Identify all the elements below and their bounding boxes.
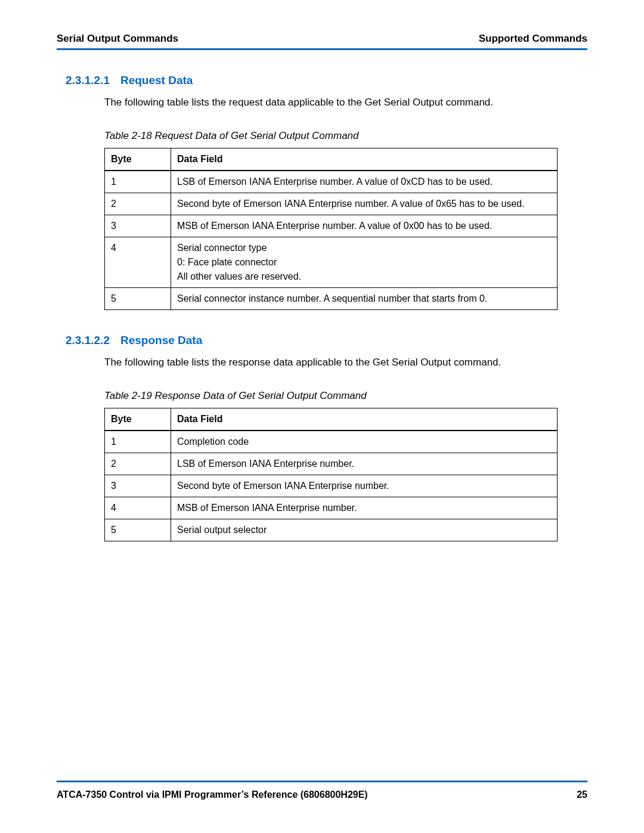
table-header-row: Byte Data Field	[105, 408, 558, 431]
cell-field: LSB of Emerson IANA Enterprise number.	[171, 453, 558, 475]
table-row: 3 Second byte of Emerson IANA Enterprise…	[105, 475, 558, 497]
table-row: 1 Completion code	[105, 431, 558, 453]
table-row: 5 Serial output selector	[105, 519, 558, 541]
cell-byte: 2	[105, 193, 171, 215]
header-right: Supported Commands	[479, 33, 587, 45]
cell-byte: 5	[105, 287, 171, 309]
cell-byte: 1	[105, 431, 171, 453]
col-byte: Byte	[105, 148, 171, 171]
page-header: Serial Output Commands Supported Command…	[57, 33, 587, 50]
section-heading-response-data: 2.3.1.2.2Response Data	[66, 334, 587, 347]
cell-field: Serial output selector	[171, 519, 558, 541]
table-row: 4 MSB of Emerson IANA Enterprise number.	[105, 497, 558, 519]
response-data-table: Byte Data Field 1 Completion code 2 LSB …	[104, 408, 558, 541]
table-row: 4 Serial connector type0: Face plate con…	[105, 237, 558, 287]
cell-field: Second byte of Emerson IANA Enterprise n…	[171, 475, 558, 497]
section-intro: The following table lists the response d…	[104, 355, 587, 370]
table-caption: Table 2-18 Request Data of Get Serial Ou…	[104, 130, 587, 142]
page-footer: ATCA-7350 Control via IPMI Programmer’s …	[57, 781, 587, 800]
table-header-row: Byte Data Field	[105, 148, 558, 171]
footer-right: 25	[577, 789, 587, 800]
section-heading-request-data: 2.3.1.2.1Request Data	[66, 74, 587, 87]
table-row: 2 LSB of Emerson IANA Enterprise number.	[105, 453, 558, 475]
cell-byte: 3	[105, 475, 171, 497]
table-row: 1 LSB of Emerson IANA Enterprise number.…	[105, 171, 558, 193]
cell-byte: 5	[105, 519, 171, 541]
cell-field: LSB of Emerson IANA Enterprise number. A…	[171, 171, 558, 193]
section-number: 2.3.1.2.1	[66, 74, 110, 87]
cell-field: Serial connector type0: Face plate conne…	[171, 237, 558, 287]
table-row: 2 Second byte of Emerson IANA Enterprise…	[105, 193, 558, 215]
cell-field: MSB of Emerson IANA Enterprise number.	[171, 497, 558, 519]
col-byte: Byte	[105, 408, 171, 431]
col-field: Data Field	[171, 408, 558, 431]
col-field: Data Field	[171, 148, 558, 171]
section-title: Response Data	[120, 334, 202, 346]
cell-field: Completion code	[171, 431, 558, 453]
cell-field: Serial connector instance number. A sequ…	[171, 287, 558, 309]
cell-byte: 2	[105, 453, 171, 475]
section-intro: The following table lists the request da…	[104, 95, 587, 110]
cell-byte: 1	[105, 171, 171, 193]
table-row: 5 Serial connector instance number. A se…	[105, 287, 558, 309]
cell-byte: 4	[105, 237, 171, 287]
cell-byte: 3	[105, 215, 171, 237]
cell-byte: 4	[105, 497, 171, 519]
cell-field: Second byte of Emerson IANA Enterprise n…	[171, 193, 558, 215]
table-caption: Table 2-19 Response Data of Get Serial O…	[104, 390, 587, 402]
section-number: 2.3.1.2.2	[66, 334, 110, 347]
header-left: Serial Output Commands	[57, 33, 178, 45]
section-title: Request Data	[120, 74, 193, 86]
cell-field: MSB of Emerson IANA Enterprise number. A…	[171, 215, 558, 237]
footer-left: ATCA-7350 Control via IPMI Programmer’s …	[57, 789, 368, 800]
page: Serial Output Commands Supported Command…	[0, 0, 644, 833]
request-data-table: Byte Data Field 1 LSB of Emerson IANA En…	[104, 148, 558, 310]
table-row: 3 MSB of Emerson IANA Enterprise number.…	[105, 215, 558, 237]
